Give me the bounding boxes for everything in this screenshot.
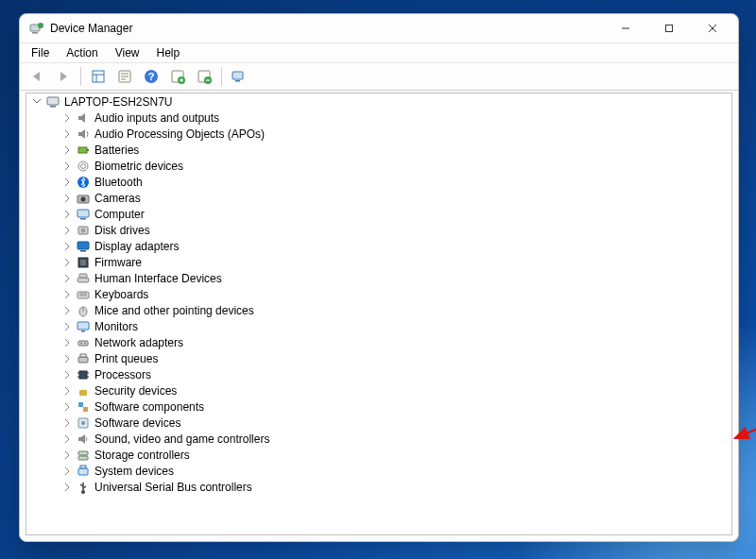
toolbar: ? [20,63,738,91]
tree-item[interactable]: Software devices [57,415,731,431]
swdev-icon [76,415,91,431]
svg-point-34 [81,228,86,232]
toolbar-uninstall-button[interactable] [192,64,216,89]
toolbar-properties-button[interactable] [112,64,137,89]
maximize-button[interactable] [647,14,691,42]
expand-icon[interactable] [62,386,72,396]
tree-item[interactable]: System devices [57,463,731,479]
tree-item[interactable]: Biometric devices [57,158,731,174]
tree-item[interactable]: Security devices [57,382,731,398]
toolbar-forward-button [51,64,76,89]
expand-icon[interactable] [62,306,72,315]
tree-item[interactable]: Universal Serial Bus controllers [57,479,731,495]
expand-icon[interactable] [62,210,72,219]
expand-icon[interactable] [62,483,72,492]
tree-item[interactable]: Batteries [57,142,731,158]
tree-item[interactable]: Keyboards [57,286,731,302]
expand-icon[interactable] [62,290,72,299]
expand-icon[interactable] [62,113,72,123]
tree-item[interactable]: Firmware [57,254,731,270]
tree-item-label: Software devices [94,416,180,430]
tree-item[interactable]: Display adapters [57,238,731,254]
hid-icon [76,271,91,286]
tree-item[interactable]: Software components [57,398,731,415]
svg-rect-66 [80,466,86,468]
svg-rect-32 [80,218,86,220]
svg-text:?: ? [148,71,155,82]
tree-item-label: Bluetooth [94,176,143,189]
tree-item[interactable]: Network adapters [57,334,731,350]
display-icon [76,239,91,254]
title-bar[interactable]: Device Manager [20,14,738,43]
menu-bar: FileActionViewHelp [20,43,738,63]
tree-item[interactable]: Print queues [57,350,731,366]
expand-icon[interactable] [62,322,72,331]
collapse-icon[interactable] [32,97,42,107]
toolbar-back-button [25,64,49,89]
expand-icon[interactable] [62,258,72,267]
tree-item[interactable]: Processors [57,366,731,382]
toolbar-separator [221,67,222,86]
tree-item[interactable]: Storage controllers [57,447,731,463]
apo-icon [76,127,91,142]
toolbar-show-containers-button[interactable] [86,64,111,89]
tree-item-label: Software components [94,400,204,414]
svg-rect-36 [80,250,86,252]
expand-icon[interactable] [62,466,72,476]
device-manager-window: Device Manager FileActionViewHelp ? LAPT… [19,13,739,542]
tree-item[interactable]: Disk drives [57,222,731,238]
battery-icon [76,143,91,158]
menu-file[interactable]: File [24,44,57,61]
expand-icon[interactable] [62,418,72,428]
tree-item[interactable]: Audio Processing Objects (APOs) [57,126,731,142]
tree-root[interactable]: LAPTOP-ESH2SN7U [26,93,731,110]
security-icon [76,383,91,398]
menu-view[interactable]: View [108,44,147,61]
expand-icon[interactable] [62,434,72,444]
minimize-button[interactable] [604,14,647,42]
tree-item-label: Monitors [94,320,138,333]
svg-rect-63 [78,451,88,455]
expand-icon[interactable] [62,129,72,139]
tree-item[interactable]: Human Interface Devices [57,270,731,286]
svg-rect-21 [235,80,240,82]
expand-icon[interactable] [62,226,72,235]
expand-icon[interactable] [62,274,72,283]
tree-item-label: Computer [94,208,145,221]
tree-item[interactable]: Audio inputs and outputs [57,110,731,126]
svg-rect-48 [78,341,88,346]
tree-item-label: System devices [94,465,174,478]
sound-icon [76,432,91,447]
toolbar-scan-hardware-button[interactable] [227,64,251,89]
expand-icon[interactable] [62,145,72,155]
bluetooth-icon [76,175,91,190]
tree-item-label: Biometric devices [94,160,183,173]
tree-item-label: Processors [94,368,151,381]
expand-icon[interactable] [62,450,72,460]
menu-help[interactable]: Help [149,44,188,61]
expand-icon[interactable] [62,161,72,171]
tree-item[interactable]: Bluetooth [57,174,731,190]
tree-item-label: Audio Processing Objects (APOs) [94,127,265,141]
expand-icon[interactable] [62,338,72,347]
svg-rect-1 [32,32,38,34]
tree-item[interactable]: Monitors [57,318,731,334]
expand-icon[interactable] [62,194,72,203]
tree-item[interactable]: Sound, video and game controllers [57,431,731,447]
expand-icon[interactable] [62,242,72,251]
tree-item[interactable]: Mice and other pointing devices [57,302,731,318]
close-button[interactable] [691,14,734,42]
expand-icon[interactable] [62,370,72,380]
expand-icon[interactable] [62,402,72,412]
monitor-icon [76,319,91,334]
tree-item[interactable]: Computer [57,206,731,222]
toolbar-update-driver-button[interactable] [165,64,190,89]
svg-point-26 [78,161,88,171]
network-icon [76,335,91,350]
expand-icon[interactable] [62,354,72,364]
toolbar-help-button[interactable]: ? [139,64,163,89]
tree-item[interactable]: Cameras [57,190,731,206]
expand-icon[interactable] [62,178,72,187]
device-tree[interactable]: LAPTOP-ESH2SN7U Audio inputs and outputs… [26,93,732,535]
menu-action[interactable]: Action [59,44,105,61]
